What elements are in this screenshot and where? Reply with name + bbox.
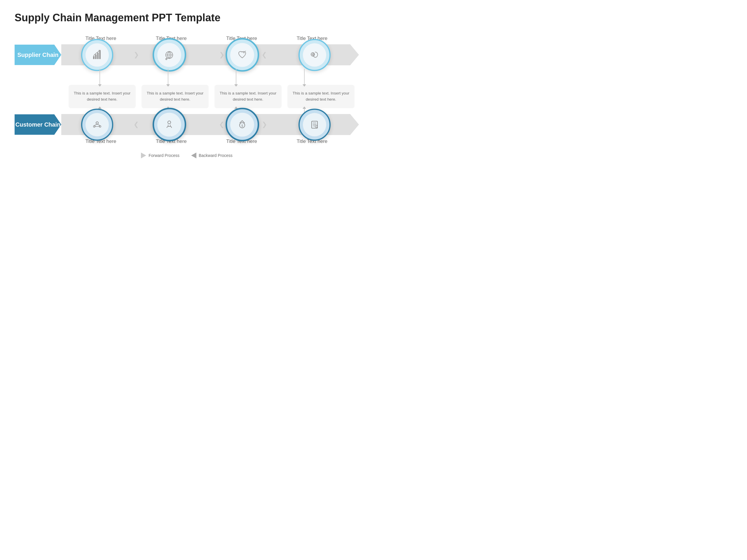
- legend-forward-label: Forward Process: [149, 153, 179, 158]
- text-box-1: This is a sample text. Insert your desir…: [69, 85, 136, 108]
- customer-node-1: [81, 108, 113, 140]
- customer-icon-3: $: [237, 119, 248, 130]
- supplier-node-4: [299, 39, 331, 71]
- diagram: Title Text here Title Text here Title Te…: [15, 35, 359, 158]
- svg-point-8: [243, 52, 244, 53]
- supplier-node-1: [81, 39, 113, 71]
- svg-rect-0: [93, 56, 95, 59]
- svg-point-12: [96, 122, 98, 124]
- supplier-label-arrow: Supplier Chain: [15, 45, 61, 65]
- legend-forward: Forward Process: [141, 153, 179, 158]
- supplier-icon-4: [309, 50, 320, 60]
- customer-node-3: $: [226, 108, 259, 141]
- customer-node-4: [299, 108, 331, 140]
- svg-line-16: [97, 124, 100, 126]
- svg-rect-1: [95, 54, 97, 59]
- page-title: Supply Chain Management PPT Template: [15, 12, 359, 24]
- supplier-label-text: Supplier Chain: [17, 51, 58, 59]
- legend: Forward Process Backward Process: [15, 153, 359, 158]
- svg-rect-21: [312, 121, 317, 128]
- backward-arrow-icon: [191, 153, 197, 158]
- svg-rect-3: [99, 51, 101, 59]
- customer-label-arrow: Customer Chain: [15, 114, 61, 135]
- legend-backward: Backward Process: [191, 153, 233, 158]
- customer-icon-4: [309, 119, 320, 130]
- supplier-icon-3: [237, 50, 248, 60]
- supplier-node-3: [226, 38, 259, 72]
- svg-line-15: [94, 124, 97, 126]
- supplier-node-2: [153, 38, 186, 72]
- text-box-4: This is a sample text. Insert your desir…: [287, 85, 355, 108]
- customer-icon-2: [164, 119, 175, 130]
- supplier-icon-2: [164, 50, 175, 60]
- customer-node-2: [153, 108, 186, 141]
- text-box-3: This is a sample text. Insert your desir…: [214, 85, 282, 108]
- supplier-icon-1: [92, 50, 102, 60]
- customer-label-text: Customer Chain: [16, 121, 60, 128]
- customer-icon-1: [92, 119, 102, 130]
- legend-backward-label: Backward Process: [199, 153, 233, 158]
- svg-text:$: $: [241, 124, 243, 127]
- svg-rect-2: [97, 53, 99, 59]
- svg-point-18: [168, 121, 171, 124]
- text-box-2: This is a sample text. Insert your desir…: [141, 85, 209, 108]
- forward-arrow-icon: [141, 153, 146, 158]
